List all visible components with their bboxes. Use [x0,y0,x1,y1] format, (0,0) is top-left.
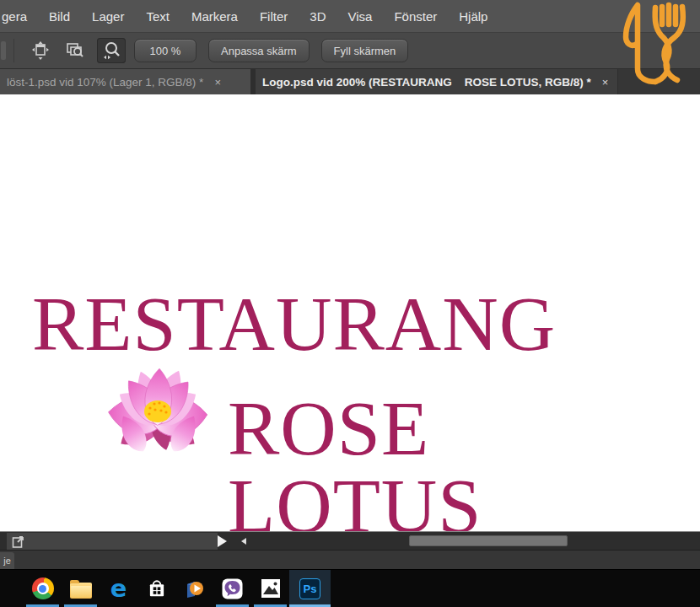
export-icon[interactable] [12,535,26,549]
fit-screen-button[interactable]: Anpassa skärm [208,39,310,62]
file-explorer-icon [70,583,92,599]
logo-text-restaurang: RESTAURANG [32,285,556,363]
viber-icon [221,577,244,600]
edge-icon: e [110,577,127,599]
restaurant-cutlery-logo [609,0,700,86]
media-player-icon [184,577,206,599]
menu-item-hjalp[interactable]: Hjälp [448,0,498,32]
document-status-bar [0,531,700,551]
document-canvas[interactable]: RESTAURANG ROSE LOTUS [0,94,700,531]
taskbar-photoshop-button[interactable]: Ps [289,570,331,607]
scroll-left-arrow-icon[interactable] [241,538,246,545]
document-tab-active[interactable]: Logo.psd vid 200% (RESTAURANG ROSE LOTUS… [256,69,618,94]
logo-text-rose-lotus: ROSE LOTUS [228,389,700,545]
menu-item-3d[interactable]: 3D [299,0,337,32]
zoom-all-windows-icon[interactable] [62,38,90,63]
photoshop-icon-label: Ps [304,583,317,595]
windows-taskbar: e [0,570,700,607]
menu-item-text[interactable]: Text [135,0,180,32]
bottom-edge-tab[interactable]: je [0,552,14,569]
menu-item-visa[interactable]: Visa [337,0,383,32]
options-separator [13,39,14,62]
taskbar-store-button[interactable] [137,570,175,607]
fill-screen-button[interactable]: Fyll skärmen [321,39,409,62]
taskbar-media-player-button[interactable] [175,570,213,607]
taskbar-file-explorer-button[interactable] [62,570,100,607]
photoshop-icon: Ps [299,578,320,599]
menu-item-filter[interactable]: Filter [249,0,299,32]
menu-item-bild[interactable]: Bild [38,0,81,32]
tab-title: löst-1.psd vid 107% (Lager 1, RGB/8) * [7,76,203,89]
tool-options-bar: 100 % Anpassa skärm Fyll skärmen [0,33,700,69]
menu-item-fonster[interactable]: Fönster [383,0,448,32]
photos-icon [260,577,282,599]
chrome-icon [32,577,54,599]
tab-title: Logo.psd vid 200% (RESTAURANG ROSE LOTUS… [262,76,591,89]
horizontal-scrollbar-thumb[interactable] [409,535,568,546]
document-tab-inactive[interactable]: löst-1.psd vid 107% (Lager 1, RGB/8) * × [0,69,256,94]
scrubby-zoom-icon[interactable] [97,38,126,63]
taskbar-viber-button[interactable] [213,570,251,607]
resize-windows-to-fit-icon[interactable] [26,38,55,63]
play-arrow-icon[interactable] [218,535,227,547]
lotus-flower-image [71,359,250,482]
microsoft-store-icon [146,577,168,599]
menu-bar: gera Bild Lager Text Markera Filter 3D V… [0,0,700,33]
tab-close-icon[interactable]: × [212,76,223,89]
menu-item-markera[interactable]: Markera [180,0,249,32]
menu-item-lager[interactable]: Lager [81,0,135,32]
taskbar-photos-button[interactable] [251,570,289,607]
taskbar-chrome-button[interactable] [24,570,62,607]
status-info-section [7,533,218,551]
menu-item-redigera[interactable]: gera [0,0,38,32]
window-bottom-bar: je [0,550,700,569]
tool-preset-partial-icon [1,41,6,60]
zoom-level-button[interactable]: 100 % [134,39,197,62]
taskbar-edge-button[interactable]: e [100,570,137,607]
document-tab-bar: löst-1.psd vid 107% (Lager 1, RGB/8) * ×… [0,69,700,96]
